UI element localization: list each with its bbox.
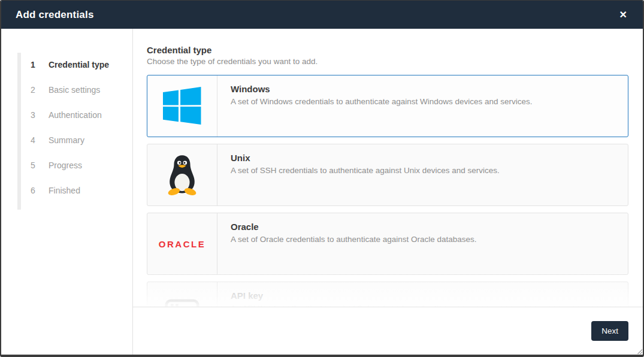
step-number: 2 [31, 85, 49, 95]
credential-card-unix[interactable]: Unix A set of SSH credentials to authent… [147, 144, 628, 206]
dialog-title: Add credentials [16, 9, 94, 21]
card-title: API key [231, 291, 453, 301]
credential-card-windows[interactable]: Windows A set of Windows credentials to … [147, 75, 628, 137]
next-button[interactable]: Next [591, 321, 628, 341]
card-description: A set of Oracle credentials to authentic… [231, 235, 477, 244]
step-label: Summary [49, 135, 84, 145]
card-text: Oracle A set of Oracle credentials to au… [217, 213, 490, 274]
page-title: Credential type [147, 45, 628, 55]
step-label: Finished [49, 186, 80, 195]
card-title: Unix [231, 153, 500, 163]
dialog-body: 1 Credential type 2 Basic settings 3 Aut… [1, 29, 643, 355]
dialog-titlebar: Add credentials ✕ [1, 1, 643, 29]
credential-type-list: Credential type Choose the type of crede… [133, 29, 643, 307]
step-label: Progress [49, 161, 82, 170]
close-icon[interactable]: ✕ [618, 8, 628, 22]
main-content: Credential type Choose the type of crede… [133, 29, 643, 355]
step-label: Basic settings [49, 85, 100, 95]
credential-card-api-key[interactable]: API key An API Key to authenticate again… [147, 282, 628, 307]
add-credentials-dialog: Add credentials ✕ 1 Credential type 2 Ba… [0, 0, 644, 357]
card-description: A set of Windows credentials to authenti… [231, 97, 533, 106]
oracle-logo-text: ORACLE [159, 239, 205, 249]
step-label: Authentication [49, 110, 102, 120]
wizard-progress-rail [17, 53, 21, 210]
card-title: Oracle [231, 222, 477, 232]
card-text: API key An API Key to authenticate again… [217, 282, 467, 307]
oracle-wordmark-icon: ORACLE [147, 213, 217, 274]
step-number: 4 [31, 135, 49, 145]
card-text: Windows A set of Windows credentials to … [217, 75, 546, 137]
page-subtitle: Choose the type of credentials you want … [147, 57, 628, 66]
card-title: Windows [231, 84, 533, 94]
wizard-steps-sidebar: 1 Credential type 2 Basic settings 3 Aut… [1, 29, 133, 355]
credential-card-oracle[interactable]: ORACLE Oracle A set of Oracle credential… [147, 213, 628, 275]
linux-tux-icon [147, 144, 217, 205]
step-number: 5 [31, 161, 49, 170]
resize-grip[interactable] [636, 348, 642, 354]
step-number: 6 [31, 186, 49, 195]
step-label: Credential type [49, 60, 109, 69]
api-window-icon [147, 282, 217, 307]
card-description: An API Key to authenticate against 3rd p… [231, 304, 453, 307]
card-description: A set of SSH credentials to authenticate… [231, 166, 500, 175]
dialog-footer: Next [133, 307, 643, 355]
card-text: Unix A set of SSH credentials to authent… [217, 144, 513, 205]
step-number: 1 [31, 60, 49, 69]
step-number: 3 [31, 110, 49, 120]
windows-logo-icon [147, 75, 217, 137]
